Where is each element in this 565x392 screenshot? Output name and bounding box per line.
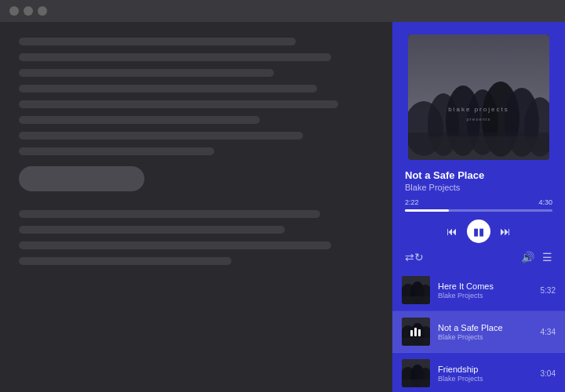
track-meta-1: Here It Comes Blake Projects bbox=[438, 281, 533, 299]
music-player: blake projects presents Not a Safe Place… bbox=[392, 22, 565, 392]
time-row: 2:22 4:30 bbox=[405, 198, 552, 206]
time-total: 4:30 bbox=[538, 198, 552, 206]
play-pause-button[interactable]: ▮▮ bbox=[467, 220, 490, 243]
track-thumbnail-1 bbox=[402, 276, 430, 304]
album-art: blake projects presents bbox=[408, 34, 549, 160]
track-duration-1: 5:32 bbox=[541, 286, 556, 295]
track-name-1: Here It Comes bbox=[438, 281, 533, 291]
svg-rect-17 bbox=[402, 296, 430, 304]
track-duration-2: 4:34 bbox=[541, 328, 556, 336]
skeleton-line bbox=[19, 132, 303, 140]
track-name-3: Friendship bbox=[438, 365, 533, 374]
skeleton-line bbox=[19, 53, 331, 61]
titlebar bbox=[0, 0, 565, 22]
left-panel bbox=[0, 22, 392, 392]
skeleton-line bbox=[19, 100, 338, 108]
skeleton-line bbox=[19, 38, 296, 45]
extra-controls: ⇄ ↻ 🔊 ☰ bbox=[392, 249, 565, 270]
skeleton-line bbox=[19, 116, 260, 124]
track-meta-3: Friendship Blake Projects bbox=[438, 365, 533, 383]
svg-rect-25 bbox=[418, 329, 421, 336]
playback-controls: ⏮ ▮▮ ⏭ bbox=[392, 216, 565, 249]
now-playing-artist: Blake Projects bbox=[405, 183, 552, 192]
svg-text:presents: presents bbox=[466, 117, 490, 122]
track-item-1[interactable]: Here It Comes Blake Projects 5:32 bbox=[392, 270, 565, 311]
skeleton-line bbox=[19, 85, 317, 93]
progress-section[interactable]: 2:22 4:30 bbox=[392, 198, 565, 216]
svg-rect-30 bbox=[402, 379, 430, 387]
track-meta-2: Not a Safe Place Blake Projects bbox=[438, 323, 533, 341]
track-artist-2: Blake Projects bbox=[438, 333, 533, 341]
prev-button[interactable]: ⏮ bbox=[447, 225, 457, 238]
track-item-2[interactable]: Not a Safe Place Blake Projects 4:34 bbox=[392, 311, 565, 353]
svg-rect-24 bbox=[414, 328, 417, 336]
track-artist-1: Blake Projects bbox=[438, 292, 533, 299]
skeleton-line bbox=[19, 257, 231, 265]
now-playing-title: Not a Safe Place bbox=[405, 169, 552, 181]
skeleton-line bbox=[19, 210, 320, 218]
now-playing-indicator bbox=[402, 318, 430, 346]
track-thumbnail-2 bbox=[402, 318, 430, 346]
svg-rect-10 bbox=[408, 132, 549, 160]
track-name-2: Not a Safe Place bbox=[438, 323, 533, 332]
track-artist-3: Blake Projects bbox=[438, 375, 533, 383]
skeleton-line bbox=[19, 226, 285, 234]
queue-button[interactable]: ☰ bbox=[542, 251, 552, 263]
time-current: 2:22 bbox=[405, 198, 419, 206]
titlebar-dot-close[interactable] bbox=[9, 6, 19, 16]
progress-fill bbox=[405, 209, 449, 212]
progress-bar[interactable] bbox=[405, 209, 552, 212]
track-duration-3: 3:04 bbox=[541, 369, 556, 378]
main-layout: blake projects presents Not a Safe Place… bbox=[0, 22, 565, 392]
skeleton-line bbox=[19, 147, 214, 155]
skeleton-line bbox=[19, 241, 331, 249]
skeleton-line bbox=[19, 69, 274, 77]
skeleton-button bbox=[19, 166, 144, 191]
next-button[interactable]: ⏭ bbox=[500, 225, 511, 238]
track-info: Not a Safe Place Blake Projects bbox=[392, 169, 565, 198]
titlebar-dot-maximize[interactable] bbox=[38, 6, 47, 16]
track-thumbnail-3 bbox=[402, 359, 430, 387]
skeleton-group bbox=[19, 210, 374, 265]
svg-text:blake projects: blake projects bbox=[448, 106, 508, 113]
track-list[interactable]: Here It Comes Blake Projects 5:32 bbox=[392, 270, 565, 392]
shuffle-button[interactable]: ⇄ bbox=[405, 251, 414, 263]
track-item-3[interactable]: Friendship Blake Projects 3:04 bbox=[392, 353, 565, 392]
titlebar-dot-minimize[interactable] bbox=[24, 6, 33, 16]
repeat-button[interactable]: ↻ bbox=[414, 251, 424, 263]
volume-button[interactable]: 🔊 bbox=[521, 251, 534, 263]
svg-rect-23 bbox=[410, 330, 413, 336]
